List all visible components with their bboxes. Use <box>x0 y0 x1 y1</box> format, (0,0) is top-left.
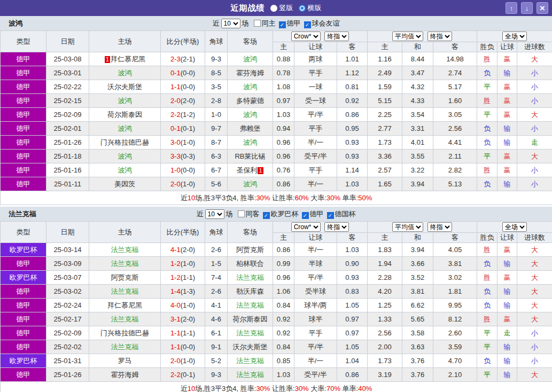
cell-result-goals: 走 <box>517 136 552 150</box>
away-team-name: 柏林联合 <box>236 260 264 268</box>
match-count-select[interactable]: 10 <box>205 209 224 219</box>
cell-score: 0-1(0-1) <box>161 122 205 136</box>
scroll-up-button[interactable]: ↑ <box>506 2 517 14</box>
same-venue-checkbox[interactable] <box>238 210 245 217</box>
cell-league: 德甲 <box>1 285 46 299</box>
cell-result-handicap: 输 <box>497 122 517 136</box>
fulltime-score: 1-0 <box>170 166 181 174</box>
summary-segment: 30% <box>256 385 270 392</box>
home-team-name: 波鸿 <box>118 152 132 160</box>
cell-handicap-line: 平手 <box>294 326 337 340</box>
cell-result-goals: 大 <box>517 299 552 312</box>
odds-provider-select[interactable]: Crow* <box>291 222 321 232</box>
cell-avg-draw: 3.47 <box>402 66 433 80</box>
halftime-score: (1-3) <box>181 287 195 295</box>
cell-odds-home: 1.08 <box>273 80 294 94</box>
cell-result-handicap: 赢 <box>497 243 517 257</box>
cell-home-team: 波鸿 <box>89 66 161 80</box>
avg-select[interactable]: 平均值 <box>392 32 423 41</box>
cell-score: 1-2(1-1) <box>161 271 205 285</box>
summary-segment: 50% <box>358 194 372 202</box>
cell-corner: 9-3 <box>205 52 228 66</box>
cell-away-team: 波鸿 <box>228 52 273 66</box>
odds-final-select[interactable]: 终指 <box>324 32 349 41</box>
fulltime-score: 2-0 <box>170 357 181 365</box>
match-count-select[interactable]: 10 <box>221 19 240 28</box>
match-row: 德甲25-03-09法兰克福1-2(1-0)1-5柏林联合0.99半球0.901… <box>1 257 552 271</box>
radio-checked-icon[interactable] <box>299 5 306 12</box>
cell-handicap-line: 平/半 <box>294 108 337 122</box>
avg-final-select[interactable]: 终指 <box>427 222 452 232</box>
cell-date: 25-01-16 <box>46 163 89 177</box>
close-button[interactable]: ✕ <box>537 2 548 14</box>
col-header-odds-home: 主 <box>273 42 294 52</box>
col-header-date: 日期 <box>46 222 89 243</box>
league-checkbox[interactable]: ✓ <box>279 21 286 28</box>
cell-avg-draw: 8.44 <box>402 52 433 66</box>
league-checkbox[interactable]: ✓ <box>302 212 309 219</box>
league-checkbox[interactable]: ✓ <box>327 212 334 219</box>
col-header-score: 比分(半场) <box>161 31 205 52</box>
fulltime-score: 4-0 <box>170 301 181 309</box>
cell-result-goals: 大 <box>517 368 552 382</box>
cell-league: 德甲 <box>1 312 46 326</box>
summary-segment: 大率: <box>309 385 326 392</box>
cell-avg-home: 2.56 <box>368 326 402 340</box>
col-header-league: 类型 <box>1 31 46 52</box>
match-row: 德甲25-02-22沃尔夫斯堡1-1(0-0)3-5波鸿1.08一球0.811.… <box>1 80 552 94</box>
cell-league: 欧罗巴杯 <box>1 271 46 285</box>
match-row: 德甲25-02-09荷尔斯泰因2-2(1-2)1-0波鸿1.03平/半0.862… <box>1 108 552 122</box>
cell-avg-draw: 6.62 <box>402 299 433 312</box>
cell-league: 德甲 <box>1 257 46 271</box>
cell-avg-away: 4.70 <box>433 354 477 368</box>
cell-avg-home: 1.94 <box>368 257 402 271</box>
away-team-name: 多特蒙德 <box>236 97 264 105</box>
league-checkbox[interactable]: ✓ <box>304 21 311 28</box>
cell-avg-draw: 5.65 <box>402 312 433 326</box>
cell-corner: 5-6 <box>205 177 228 191</box>
match-row: 德甲25-01-26门兴格拉德巴赫3-0(1-0)8-7波鸿0.96半/一0.9… <box>1 136 552 150</box>
cell-odds-away: 0.81 <box>337 80 368 94</box>
halftime-score: (1-1) <box>181 273 195 281</box>
league-checkbox[interactable]: ✓ <box>263 212 270 219</box>
cell-away-team: 波鸿 <box>228 136 273 150</box>
match-row: 德甲25-02-24拜仁慕尼黑4-0(1-0)4-1法兰克福0.84球半/两1.… <box>1 299 552 312</box>
avg-select[interactable]: 平均值 <box>392 222 423 232</box>
same-venue-checkbox[interactable] <box>254 20 261 27</box>
cell-handicap-line: 受半球 <box>294 285 337 299</box>
cell-result-handicap: 输 <box>497 257 517 271</box>
scroll-down-button[interactable]: ↓ <box>521 2 533 14</box>
cell-result-goals: 小 <box>517 326 552 340</box>
cell-away-team: 阿贾克斯 <box>228 243 273 257</box>
home-team-name: 法兰克福 <box>111 343 139 351</box>
cell-avg-draw: 3.76 <box>402 368 433 382</box>
halftime-score: (2-0) <box>181 97 195 105</box>
home-team-name: 波鸿 <box>118 166 132 174</box>
cell-avg-away: 3.81 <box>433 257 477 271</box>
layout-radio-vertical[interactable]: 竖版 <box>270 3 293 13</box>
cell-odds-home: 0.92 <box>273 326 294 340</box>
halftime-score: (0-1) <box>181 124 195 132</box>
down-arrow-icon: ↓ <box>525 4 529 12</box>
col-header-goals: 进球数 <box>517 233 552 243</box>
cell-handicap-line: 平手 <box>294 66 337 80</box>
cell-avg-away: 2.56 <box>433 122 477 136</box>
scope-select[interactable]: 全场 <box>502 222 527 232</box>
cell-home-team: 1拜仁慕尼黑 <box>89 52 161 66</box>
avg-final-select[interactable]: 终指 <box>427 32 452 41</box>
odds-provider-select[interactable]: Crow* <box>291 32 321 41</box>
layout-radio-horizontal[interactable]: 横版 <box>299 3 322 13</box>
scope-select[interactable]: 全场 <box>502 32 527 41</box>
home-team-name: 波鸿 <box>118 97 132 105</box>
radio-icon[interactable] <box>270 5 277 12</box>
scope-header-cell: 全场 <box>477 222 552 233</box>
cell-away-team: 法兰克福 <box>228 299 273 312</box>
cell-home-team: 波鸿 <box>89 163 161 177</box>
cell-odds-home: 0.96 <box>273 150 294 163</box>
odds-final-select[interactable]: 终指 <box>324 222 349 232</box>
cell-result-goals: 大 <box>517 257 552 271</box>
cell-avg-home: 3.36 <box>368 150 402 163</box>
col-header-avg-draw: 和 <box>402 233 433 243</box>
cell-result-outcome: 负 <box>477 354 497 368</box>
cell-odds-home: 0.84 <box>273 340 294 354</box>
